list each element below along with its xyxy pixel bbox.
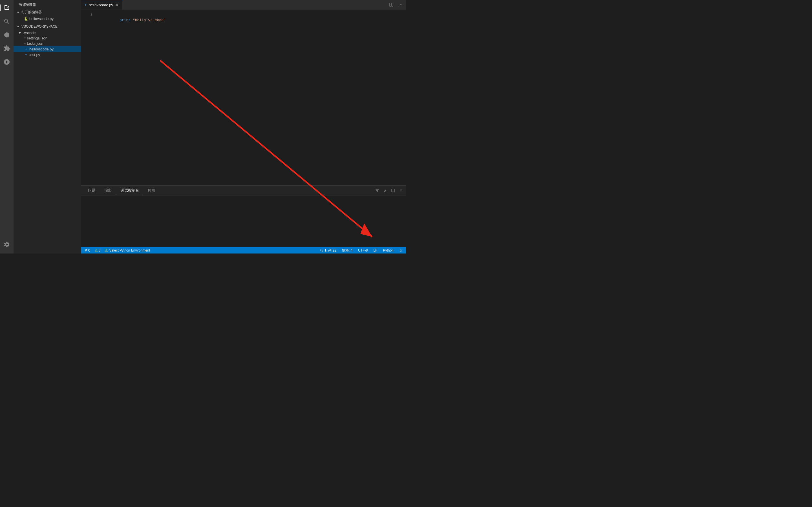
panel-tabs: 问题 输出 调试控制台 终端 (81, 186, 406, 195)
test-py-icon: ✦ (24, 52, 28, 57)
panel-tab-output-label: 输出 (104, 188, 112, 193)
encoding-indicator[interactable]: UTF-8 (357, 247, 369, 253)
smiley-icon: ☺ (399, 248, 403, 252)
panel-tab-terminal-label: 终端 (148, 188, 155, 193)
error-icon: ✗ (85, 248, 87, 252)
vscode-folder-icon: ▾ (17, 31, 22, 35)
warnings-indicator[interactable]: ⚠ 0 (94, 247, 102, 253)
cursor-position[interactable]: 行 1, 列 22 (319, 247, 338, 253)
activity-bar-bottom (0, 238, 13, 253)
sidebar-item-search[interactable] (0, 15, 13, 28)
panel-tab-actions: ∧ × (374, 187, 404, 193)
panel-area: 问题 输出 调试控制台 终端 (81, 185, 406, 247)
language-text: Python (383, 248, 393, 252)
split-editor-button[interactable] (388, 1, 395, 8)
settings-json-name: settings.json (27, 36, 47, 40)
workspace-label: VSCODEWORKSPACE (21, 24, 57, 29)
svg-point-3 (399, 4, 399, 5)
editor-area: ✦ hellovscode.py × (81, 0, 406, 253)
open-file-name: hellovscode.py (29, 17, 54, 21)
sidebar: 资源管理器 ▾ 打开的编辑器 🐍 hellovscode.py ▾ VSCODE… (13, 0, 81, 253)
activity-bar (0, 0, 13, 253)
tasks-json[interactable]: ≡ tasks.json (13, 41, 81, 46)
code-editor[interactable]: print "hello vs code" (95, 10, 406, 185)
panel-tab-problems[interactable]: 问题 (84, 186, 100, 195)
tab-hellovscode[interactable]: ✦ hellovscode.py × (81, 0, 122, 10)
errors-indicator[interactable]: ✗ 0 (84, 247, 91, 253)
settings-icon-button[interactable] (0, 238, 13, 251)
sidebar-item-extensions[interactable] (0, 42, 13, 55)
test-py-file[interactable]: ✦ test.py (13, 52, 81, 57)
svg-point-5 (402, 4, 402, 5)
open-file-hellovscode[interactable]: 🐍 hellovscode.py (13, 16, 81, 21)
svg-rect-2 (392, 3, 393, 6)
tab-filename: hellovscode.py (89, 3, 113, 7)
spaces-text: 空格: 4 (342, 248, 352, 253)
svg-point-4 (400, 4, 401, 5)
panel-chevron-up-button[interactable]: ∧ (382, 187, 388, 193)
position-text: 行 1, 列 22 (320, 248, 336, 253)
error-count: 0 (88, 248, 90, 252)
status-bar-right: 行 1, 列 22 空格: 4 UTF-8 LF Python ☺ (319, 247, 404, 253)
sidebar-item-source-control[interactable] (0, 28, 13, 42)
panel-tab-problems-label: 问题 (88, 188, 95, 193)
line-ending-indicator[interactable]: LF (372, 247, 378, 253)
python-file-icon: 🐍 (24, 16, 28, 21)
select-python-label: Select Python Environment (109, 248, 150, 252)
svg-rect-1 (390, 3, 391, 6)
json-list-icon: ≡ (24, 36, 26, 40)
code-keyword-print: print (119, 18, 131, 22)
open-editors-label: 打开的编辑器 (21, 10, 42, 15)
collapse-icon: ▾ (16, 10, 20, 15)
status-bar-left: ✗ 0 ⚠ 0 ⚠ Select Python Environment (84, 247, 151, 253)
panel-filter-button[interactable] (374, 187, 380, 193)
editor-main: 1 print "hello vs code" 问题 (81, 10, 406, 247)
select-python-button[interactable]: ⚠ Select Python Environment (104, 248, 151, 252)
vscode-folder[interactable]: ▾ .vscode (13, 30, 81, 36)
panel-close-button[interactable]: × (398, 187, 404, 193)
smiley-button[interactable]: ☺ (398, 247, 404, 253)
hellovscode-py-icon: ✦ (24, 47, 28, 51)
tab-file-icon: ✦ (84, 3, 87, 7)
tab-bar-actions (386, 0, 406, 10)
svg-text:🐍: 🐍 (24, 17, 28, 20)
sidebar-item-explorer[interactable] (0, 1, 13, 15)
tab-bar: ✦ hellovscode.py × (81, 0, 406, 10)
status-bar: ✗ 0 ⚠ 0 ⚠ Select Python Environment 行 1,… (81, 247, 406, 253)
workspace-collapse-icon: ▾ (16, 24, 20, 29)
panel-tab-terminal[interactable]: 终端 (144, 186, 160, 195)
encoding-text: UTF-8 (358, 248, 368, 252)
settings-json[interactable]: ≡ settings.json (13, 36, 81, 41)
sidebar-title: 资源管理器 (13, 0, 81, 9)
line-ending-text: LF (373, 248, 377, 252)
warning-icon: ⚠ (95, 248, 98, 252)
language-indicator[interactable]: Python (382, 247, 395, 253)
hellovscode-py-file[interactable]: ✦ hellovscode.py (13, 46, 81, 52)
panel-tab-output[interactable]: 输出 (100, 186, 116, 195)
tasks-list-icon: ≡ (24, 41, 26, 46)
code-string: "hello vs code" (133, 18, 166, 22)
panel-tab-debug-label: 调试控制台 (121, 188, 139, 193)
app-container: 资源管理器 ▾ 打开的编辑器 🐍 hellovscode.py ▾ VSCODE… (0, 0, 406, 253)
editor-content[interactable]: 1 print "hello vs code" (81, 10, 406, 185)
panel-content (81, 195, 406, 247)
test-py-name: test.py (29, 53, 40, 57)
sidebar-item-debug[interactable] (0, 55, 13, 69)
vscode-folder-name: .vscode (23, 31, 36, 35)
panel-maximize-button[interactable] (390, 187, 396, 193)
open-editors-section[interactable]: ▾ 打开的编辑器 (13, 9, 81, 16)
svg-rect-11 (392, 189, 395, 192)
workspace-section[interactable]: ▾ VSCODEWORKSPACE (13, 23, 81, 30)
line-numbers: 1 (81, 10, 95, 185)
select-python-warning-icon: ⚠ (105, 248, 108, 252)
tab-close-button[interactable]: × (115, 3, 119, 7)
hellovscode-py-name: hellovscode.py (29, 47, 54, 51)
warning-count: 0 (99, 248, 101, 252)
more-actions-button[interactable] (397, 1, 404, 8)
tasks-json-name: tasks.json (27, 41, 43, 46)
indentation[interactable]: 空格: 4 (341, 247, 354, 253)
panel-tab-debug[interactable]: 调试控制台 (116, 186, 144, 195)
